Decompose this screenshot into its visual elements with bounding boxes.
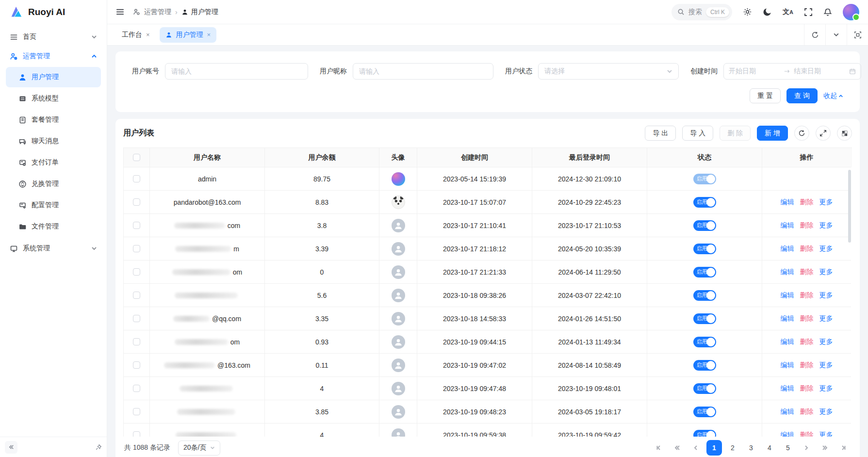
status-toggle[interactable]: 启用 bbox=[693, 407, 716, 417]
delete-link[interactable]: 删除 bbox=[800, 221, 814, 230]
refresh-table-button[interactable] bbox=[794, 126, 809, 141]
page-button-3[interactable]: 3 bbox=[743, 440, 759, 456]
delete-button[interactable]: 删 除 bbox=[720, 126, 751, 141]
edit-link[interactable]: 编辑 bbox=[781, 291, 794, 300]
edit-link[interactable]: 编辑 bbox=[781, 314, 794, 323]
row-checkbox[interactable] bbox=[133, 408, 140, 415]
more-link[interactable]: 更多 bbox=[819, 221, 833, 230]
collapse-filter-link[interactable]: 收起 bbox=[823, 92, 843, 100]
delete-link[interactable]: 删除 bbox=[800, 314, 814, 323]
row-checkbox[interactable] bbox=[133, 292, 140, 299]
status-toggle[interactable]: 启用 bbox=[693, 337, 716, 347]
more-link[interactable]: 更多 bbox=[819, 314, 833, 323]
delete-link[interactable]: 删除 bbox=[800, 384, 814, 393]
sidebar-section-operations[interactable]: 运营管理 bbox=[6, 47, 101, 66]
global-search[interactable]: 搜索 Ctrl K bbox=[671, 4, 732, 20]
sidebar-item-file-management[interactable]: 文件管理 bbox=[6, 216, 101, 237]
delete-link[interactable]: 删除 bbox=[800, 268, 814, 277]
fullscreen-button[interactable] bbox=[804, 8, 813, 16]
sidebar-section-system[interactable]: 系统管理 bbox=[6, 239, 101, 258]
page-button-2[interactable]: 2 bbox=[725, 440, 740, 456]
row-checkbox[interactable] bbox=[133, 175, 140, 182]
status-toggle[interactable]: 启用 bbox=[693, 383, 716, 394]
maximize-content-button[interactable] bbox=[847, 24, 868, 45]
export-button[interactable]: 导 出 bbox=[645, 126, 676, 141]
import-button[interactable]: 导 入 bbox=[682, 126, 713, 141]
first-page-button[interactable] bbox=[651, 440, 667, 456]
date-range-picker[interactable]: 开始日期 结束日期 bbox=[723, 63, 861, 80]
status-toggle[interactable]: 启用 bbox=[693, 290, 716, 301]
table-scrollbar[interactable] bbox=[848, 170, 851, 243]
row-checkbox[interactable] bbox=[133, 431, 140, 437]
prev-page-button[interactable] bbox=[688, 440, 704, 456]
more-link[interactable]: 更多 bbox=[819, 245, 833, 253]
account-input[interactable] bbox=[165, 63, 308, 80]
edit-link[interactable]: 编辑 bbox=[781, 361, 794, 370]
row-checkbox[interactable] bbox=[133, 198, 140, 206]
delete-link[interactable]: 删除 bbox=[800, 431, 814, 437]
more-link[interactable]: 更多 bbox=[819, 268, 833, 277]
page-button-1[interactable]: 1 bbox=[706, 440, 722, 456]
tab-list-dropdown[interactable] bbox=[825, 24, 847, 45]
select-all-checkbox[interactable] bbox=[133, 154, 140, 161]
sidebar-item-home[interactable]: 首页 bbox=[6, 27, 101, 47]
sidebar-item-config-management[interactable]: 配置管理 bbox=[6, 195, 101, 215]
sidebar-item-package-management[interactable]: 套餐管理 bbox=[6, 110, 101, 130]
status-toggle[interactable]: 启用 bbox=[693, 360, 716, 371]
row-checkbox[interactable] bbox=[133, 222, 140, 229]
refresh-tab-button[interactable] bbox=[804, 24, 825, 45]
row-checkbox[interactable] bbox=[133, 338, 140, 345]
column-settings-button[interactable] bbox=[837, 126, 852, 141]
delete-link[interactable]: 删除 bbox=[800, 198, 814, 207]
edit-link[interactable]: 编辑 bbox=[781, 431, 794, 437]
close-icon[interactable]: × bbox=[146, 31, 150, 38]
row-checkbox[interactable] bbox=[133, 361, 140, 369]
delete-link[interactable]: 删除 bbox=[800, 361, 814, 370]
edit-link[interactable]: 编辑 bbox=[781, 384, 794, 393]
user-avatar[interactable] bbox=[843, 4, 859, 20]
row-checkbox[interactable] bbox=[133, 315, 140, 322]
delete-link[interactable]: 删除 bbox=[800, 245, 814, 253]
delete-link[interactable]: 删除 bbox=[800, 338, 814, 346]
edit-link[interactable]: 编辑 bbox=[781, 245, 794, 253]
search-button[interactable]: 查 询 bbox=[786, 88, 818, 103]
edit-link[interactable]: 编辑 bbox=[781, 268, 794, 277]
page-button-5[interactable]: 5 bbox=[780, 440, 796, 456]
more-link[interactable]: 更多 bbox=[819, 198, 833, 207]
start-date-placeholder[interactable]: 开始日期 bbox=[729, 67, 780, 76]
edit-link[interactable]: 编辑 bbox=[781, 198, 794, 207]
notifications-button[interactable] bbox=[823, 8, 832, 16]
status-toggle[interactable]: 启用 bbox=[693, 430, 716, 437]
tab-user-management[interactable]: 用户管理 × bbox=[160, 27, 217, 43]
status-toggle[interactable]: 启用 bbox=[693, 267, 716, 277]
next-page-button[interactable] bbox=[799, 440, 814, 456]
translate-button[interactable]: 文A bbox=[783, 8, 793, 16]
status-select[interactable]: 请选择 bbox=[538, 63, 679, 80]
tab-workbench[interactable]: 工作台 × bbox=[116, 27, 156, 43]
add-button[interactable]: 新 增 bbox=[757, 126, 788, 141]
sidebar-item-chat-messages[interactable]: 聊天消息 bbox=[6, 131, 101, 151]
more-link[interactable]: 更多 bbox=[819, 384, 833, 393]
more-link[interactable]: 更多 bbox=[819, 291, 833, 300]
delete-link[interactable]: 删除 bbox=[800, 408, 814, 416]
page-size-select[interactable]: 20条/页 bbox=[178, 441, 220, 456]
close-icon[interactable]: × bbox=[207, 31, 211, 38]
row-checkbox[interactable] bbox=[133, 385, 140, 392]
sidebar-item-system-model[interactable]: 系统模型 bbox=[6, 88, 101, 109]
end-date-placeholder[interactable]: 结束日期 bbox=[794, 67, 845, 76]
row-checkbox[interactable] bbox=[133, 245, 140, 252]
edit-link[interactable]: 编辑 bbox=[781, 338, 794, 346]
reset-button[interactable]: 重 置 bbox=[750, 88, 781, 103]
status-toggle[interactable]: 启用 bbox=[693, 313, 716, 324]
sidebar-item-user-management[interactable]: 用户管理 bbox=[6, 67, 101, 87]
fullscreen-table-button[interactable] bbox=[816, 126, 831, 141]
collapse-sidebar-button[interactable] bbox=[5, 441, 17, 454]
more-link[interactable]: 更多 bbox=[819, 361, 833, 370]
status-toggle[interactable]: 启用 bbox=[693, 197, 716, 208]
menu-toggle-button[interactable] bbox=[116, 8, 124, 16]
pin-sidebar-button[interactable] bbox=[95, 444, 102, 451]
nickname-input[interactable] bbox=[353, 63, 493, 80]
jump-back-button[interactable] bbox=[670, 440, 685, 456]
jump-forward-button[interactable] bbox=[817, 440, 833, 456]
sidebar-item-payment-orders[interactable]: 支付订单 bbox=[6, 152, 101, 173]
